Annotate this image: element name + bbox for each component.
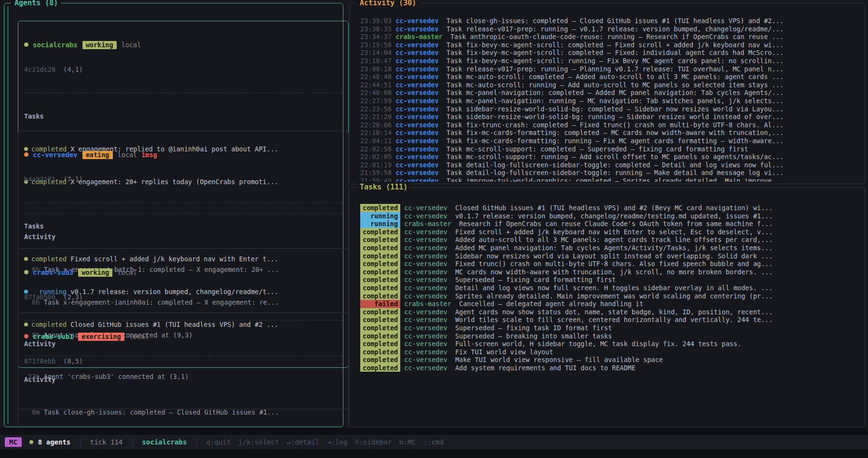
task-status-badge: completed — [360, 236, 400, 244]
task-agent: cc-versedev — [404, 204, 447, 212]
activity-row[interactable]: 21:59:49cc-versedevTask improve-tui-worl… — [360, 177, 863, 182]
task-row[interactable]: completedcc-versedevSuperseded — breakin… — [360, 332, 863, 340]
activity-message: Task fix-trunc-crash: completed — Fixed … — [447, 121, 784, 129]
task-message: Superseded — breaking into smaller tasks — [455, 332, 612, 340]
task-row[interactable]: completedcc-versedevDetail and log views… — [360, 284, 863, 292]
activity-agent: crabs-master — [395, 33, 443, 40]
activity-row[interactable]: 22:23:56cc-versedevTask sidebar-resize-w… — [360, 105, 863, 113]
task-row[interactable]: completedcc-versedevSprites already deta… — [360, 292, 863, 300]
activity-row[interactable]: 23:34:37crabs-masterTask anthropic-oauth… — [360, 33, 863, 41]
task-status-badge: completed — [360, 316, 400, 324]
activity-timestamp: 22:10:14 — [360, 129, 392, 136]
activity-row[interactable]: 22:02:56cc-versedevTask mc-scroll-suppor… — [360, 145, 863, 153]
task-row[interactable]: completedcc-versedevAdded auto-scroll to… — [360, 236, 863, 244]
task-agent: cc-versedev — [404, 364, 447, 372]
activity-message: Task mc-auto-scroll: running — Add auto-… — [447, 81, 784, 89]
mc-mode-badge[interactable]: MC — [5, 437, 22, 447]
agent-kind: local — [117, 269, 137, 276]
task-row[interactable]: completedcc-versedevSuperseded — fixing … — [360, 276, 863, 284]
activity-row[interactable]: 21:59:58cc-versedevTask detail-log-fulls… — [360, 169, 863, 177]
activity-message: Task mc-panel-navigation: completed — Ad… — [447, 89, 784, 96]
activity-message: Task detail-log-fullscreen-sidebar-toggl… — [447, 161, 784, 169]
task-row[interactable]: completedcc-versedevSidebar now resizes … — [360, 252, 863, 260]
task-row[interactable]: completedcc-versedevFix TUI world view l… — [360, 348, 863, 356]
task-agent: cc-versedev — [404, 308, 447, 316]
activity-agent: cc-versedev — [395, 177, 438, 182]
activity-agent: cc-versedev — [395, 113, 438, 121]
activity-row[interactable]: 23:38:35cc-versedevTask release-v017-pre… — [360, 25, 863, 33]
activity-row[interactable]: 22:04:11cc-versedevTask fix-mc-cards-for… — [360, 137, 863, 145]
task-row[interactable]: completedcc-versedevWorld tiles scale to… — [360, 316, 863, 324]
activity-agent: cc-versedev — [395, 81, 438, 89]
agent-position: (4,1) — [63, 66, 83, 73]
agent-card-crabs-sub1[interactable]: crabs-sub1exercisinglocal 871f8ebb(8,5) … — [18, 312, 349, 380]
activity-agent: cc-versedev — [395, 97, 438, 105]
agent-state-badge: working — [82, 41, 117, 49]
task-agent: cc-versedev — [404, 332, 447, 340]
activity-agent: cc-versedev — [395, 153, 438, 161]
agent-id-row: 871f8ebb(8,5) — [24, 357, 342, 365]
activity-row[interactable]: 23:08:18cc-versedevTask release-v017-pre… — [360, 65, 863, 73]
task-status-badge: completed — [360, 252, 400, 260]
statusbar-separator: │ — [130, 438, 134, 446]
activity-row[interactable]: 23:10:47cc-versedevTask fix-bevy-mc-agen… — [360, 57, 863, 65]
activity-timestamp: 22:02:05 — [360, 153, 392, 161]
task-row[interactable]: completedcc-versedevAgent cards now show… — [360, 308, 863, 316]
task-message: Sidebar now resizes world via Layout spl… — [455, 252, 773, 260]
task-row[interactable]: completedcc-versedevFixed scroll + added… — [360, 228, 863, 236]
task-row[interactable]: completedcc-versedevMake TUI world view … — [360, 356, 863, 364]
activity-row[interactable]: 22:01:19cc-versedevTask detail-log-fulls… — [360, 161, 863, 169]
task-row[interactable]: failedcrabs-masterCancelled — delegated … — [360, 300, 863, 308]
statusbar-separator: │ — [78, 438, 82, 446]
task-agent: cc-versedev — [404, 284, 447, 292]
shortcut-hint: h:sidebar — [355, 438, 392, 446]
activity-agent: cc-versedev — [395, 57, 438, 65]
activity-row[interactable]: 22:48:48cc-versedevTask mc-auto-scroll: … — [360, 73, 863, 81]
activity-timestamp: 22:02:56 — [360, 145, 392, 153]
task-row[interactable]: completedcc-versedevAdd system requireme… — [360, 364, 863, 372]
task-message: Fixed trunc() crash on multi-byte UTF-8 … — [455, 260, 773, 268]
selected-agent-name[interactable]: socialcrabs — [142, 438, 187, 446]
task-row[interactable]: completedcc-versedevClosed GitHub issues… — [360, 204, 863, 212]
activity-message: Task close-gh-issues: completed — Closed… — [447, 17, 784, 25]
task-row[interactable]: completedcc-versedevFull-screen world, H… — [360, 340, 863, 348]
activity-timestamp: 22:40:08 — [360, 89, 392, 96]
task-row[interactable]: completedcc-versedevFixed trunc() crash … — [360, 260, 863, 268]
activity-row[interactable]: 23:19:56cc-versedevTask fix-bevy-mc-agen… — [360, 41, 863, 49]
activity-row[interactable]: 22:02:05cc-versedevTask mc-scroll-suppor… — [360, 153, 863, 161]
activity-row[interactable]: 22:44:51cc-versedevTask mc-auto-scroll: … — [360, 81, 863, 89]
agent-status-dot — [24, 152, 28, 157]
task-message: Sprites already detailed. Main improveme… — [455, 292, 773, 300]
activity-row[interactable]: 22:10:14cc-versedevTask fix-mc-cards-for… — [360, 129, 863, 137]
agents-panel: Agents (8) socialcrabsworkinglocal 4c21d… — [4, 3, 343, 427]
agents-online-dot — [29, 440, 33, 444]
agent-position: (2,3) — [63, 293, 83, 301]
task-row[interactable]: completedcc-versedevAdded MC panel navig… — [360, 244, 863, 252]
activity-row[interactable]: 22:27:59cc-versedevTask mc-panel-navigat… — [360, 97, 863, 105]
agent-head-row: crabs-sub3workinglocal — [24, 269, 342, 277]
activity-message: Task anthropic-oauth-claude-code-reuse: … — [450, 33, 784, 40]
task-message: Research if OpenCrabs can reuse Claude C… — [459, 220, 773, 228]
task-row[interactable]: completedcc-versedevSuperseded — fixing … — [360, 324, 863, 332]
activity-row[interactable]: 22:40:08cc-versedevTask mc-panel-navigat… — [360, 89, 863, 97]
agent-id-row: b4a93171(7,1) — [24, 175, 342, 184]
activity-text: Task close-gh-issues: completed — Closed… — [44, 408, 279, 416]
activity-agent: cc-versedev — [395, 65, 438, 73]
task-row[interactable]: runningcc-versedevv0.1.7 release: versio… — [360, 212, 863, 220]
activity-row[interactable]: 22:20:06cc-versedevTask fix-trunc-crash:… — [360, 121, 863, 129]
activity-row[interactable]: 22:21:20cc-versedevTask sidebar-resize-w… — [360, 113, 863, 121]
task-row[interactable]: runningcrabs-masterResearch if OpenCrabs… — [360, 220, 863, 228]
shortcut-hint: ::cmd — [423, 438, 444, 446]
agents-panel-title: Agents (8) — [11, 0, 61, 7]
activity-timestamp: 22:44:51 — [360, 81, 392, 89]
task-message: Fix TUI world view layout — [455, 348, 553, 356]
activity-row[interactable]: 23:39:03cc-versedevTask close-gh-issues:… — [360, 17, 863, 25]
activity-timestamp: 22:04:11 — [360, 137, 392, 145]
task-status-badge: completed — [360, 308, 400, 316]
activity-row[interactable]: 23:14:04cc-versedevTask fix-bevy-mc-agen… — [360, 49, 863, 57]
task-row[interactable]: completedcc-versedevMC cards now width-a… — [360, 268, 863, 276]
task-agent: cc-versedev — [404, 356, 447, 364]
task-message: MC cards now width-aware with truncation… — [455, 268, 773, 276]
activity-timestamp: 23:38:35 — [360, 25, 392, 33]
activity-message: Task fix-mc-cards-formatting: running — … — [447, 137, 784, 145]
